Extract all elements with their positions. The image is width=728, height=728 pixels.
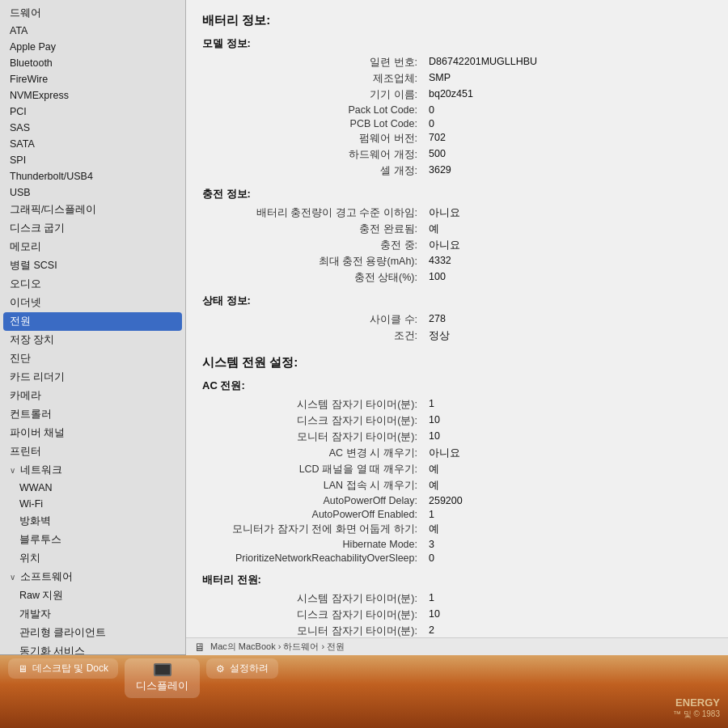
bat-monitor-sleep-label: 모니터 잠자기 타이머(분): [215,623,425,639]
energy-panel: ENERGY ™ 및 © 1983 [673,696,720,720]
monitor-sleep-label: 모니터 잠자기 타이머(분): [215,429,425,445]
sidebar-item-syncservice[interactable]: 동기화 서비스 [0,642,185,654]
hibernate-label: Hibernate Mode: [215,537,425,551]
sys-sleep-value: 1 [425,396,712,413]
sidebar-item-storage[interactable]: 저장 장치 [0,331,185,349]
lan-wake-value: 예 [425,477,712,493]
manufacturer-value: SMP [425,70,712,87]
sidebar-item-usb[interactable]: USB [0,184,185,201]
sidebar-item-sas[interactable]: SAS [0,120,185,136]
cell-count-value: 3629 [425,163,712,179]
lan-wake-label: LAN 접속 시 깨우기: [215,477,425,493]
prioritize-value: 0 [425,551,712,565]
ac-power-table: 시스템 잠자기 타이머(분): 1 디스크 잠자기 타이머(분): 10 모니터… [215,396,712,565]
sidebar-item-sata[interactable]: SATA [0,136,185,152]
auto-off-delay-label: AutoPowerOff Delay: [215,493,425,507]
sidebar-item-printer[interactable]: 프린터 [0,442,185,461]
bat-monitor-sleep-value: 2 [425,623,712,639]
sidebar-item-pci[interactable]: PCI [0,104,185,120]
monitor-sleep-value: 10 [425,429,712,445]
pcb-lot-label: PCB Lot Code: [215,116,425,130]
condition-value: 정상 [425,328,712,344]
sidebar-item-ata[interactable]: ATA [0,23,185,39]
content-area: 배터리 정보: 모델 정보: 일련 번호: D86742201MUGLLHBU … [186,0,728,654]
energy-sub: ™ 및 © 1983 [673,709,720,720]
sidebar-item-audio[interactable]: 오디오 [0,275,185,294]
sidebar-item-ethernet[interactable]: 이더넷 [0,294,185,312]
sidebar-group-network[interactable]: ∨네트워크 [0,461,185,480]
sidebar-item-thunderbolt[interactable]: Thunderbolt/USB4 [0,168,185,184]
display-label: 디스플레이 [136,679,188,693]
device-name-value: bq20z451 [425,87,712,103]
sidebar-item-developer[interactable]: 개발자 [0,605,185,624]
sidebar-item-nvmexpress[interactable]: NVMExpress [0,87,185,104]
condition-label: 조건: [215,328,425,344]
battery-power-section: 배터리 전원: [202,573,712,587]
sidebar-group-software[interactable]: ∨소프트웨어 [0,568,185,586]
ac-wake-value: 아니요 [425,445,712,461]
dock-icon: 🖥 [18,663,28,675]
model-info-table: 일련 번호: D86742201MUGLLHBU 제조업체: SMP 기기 이름… [215,54,712,179]
sidebar-item-firewall[interactable]: 방화벽 [0,512,185,531]
sidebar-item-graphics[interactable]: 그래픽/디스플레이 [0,201,185,219]
charge-state-label: 충전 상태(%): [215,269,425,286]
hardware-label: 하드웨어 개정: [215,146,425,163]
manufacturer-label: 제조업체: [215,70,425,87]
status-info-table: 사이클 수: 278 조건: 정상 [215,311,712,344]
sidebar-item-camera[interactable]: 카메라 [0,387,185,405]
lcd-wake-label: LCD 패널을 열 때 깨우기: [215,461,425,477]
model-section-title: 모델 정보: [202,36,712,51]
sidebar-item-cardreader[interactable]: 카드 리더기 [0,368,185,387]
energy-label: ENERGY [673,696,720,709]
bottom-panel-dock[interactable]: 🖥 데스크탑 및 Dock [8,658,118,679]
charging-value: 아니요 [425,237,712,253]
sidebar-item-bluetooth[interactable]: Bluetooth [0,55,185,71]
system-power-title: 시스템 전원 설정: [202,355,712,370]
mac-icon: 🖥 [194,641,205,654]
bottom-panel-display[interactable]: 디스플레이 [125,658,200,698]
sidebar-item-hardware-header: 드웨어 [0,4,185,23]
sidebar-item-applepay[interactable]: Apple Pay [0,39,185,55]
serial-value: D86742201MUGLLHBU [425,54,712,70]
sidebar-item-managedclient[interactable]: 관리형 클라이언트 [0,624,185,642]
dim-before-sleep-label: 모니터가 잠자기 전에 화면 어둡게 하기: [215,521,425,537]
sidebar-item-controller[interactable]: 컨트롤러 [0,405,185,424]
pack-lot-value: 0 [425,103,712,116]
charge-complete-value: 예 [425,221,712,237]
display-icon [154,663,171,676]
sidebar-item-spi[interactable]: SPI [0,152,185,168]
breadcrumb-bar: 🖥 Mac의 MacBook › 하드웨어 › 전원 [186,637,728,655]
sidebar-item-bluetooth2[interactable]: 블루투스 [0,531,185,549]
sys-sleep-label: 시스템 잠자기 타이머(분): [215,396,425,413]
charge-state-value: 100 [425,269,712,286]
sidebar-item-diagnostics[interactable]: 진단 [0,349,185,368]
max-capacity-label: 최대 충전 용량(mAh): [215,253,425,269]
bat-disk-sleep-label: 디스크 잠자기 타이머(분): [215,607,425,623]
charge-info-table: 배터리 충전량이 경고 수준 이하임: 아니요 충전 완료됨: 예 충전 중: … [215,205,712,286]
sidebar-item-rawsupport[interactable]: Raw 지원 [0,586,185,605]
main-window: 드웨어 ATA Apple Pay Bluetooth FireWire NVM… [0,0,728,655]
cell-count-label: 셀 개정: [215,163,425,179]
sidebar-item-disk[interactable]: 디스크 굽기 [0,219,185,238]
bat-sys-sleep-label: 시스템 잠자기 타이머(분): [215,590,425,607]
sidebar-item-parallelscsi[interactable]: 병렬 SCSI [0,256,185,275]
sidebar-item-firewire[interactable]: FireWire [0,71,185,87]
cycle-value: 278 [425,311,712,328]
firmware-value: 702 [425,130,712,146]
low-charge-label: 배터리 충전량이 경고 수준 이하임: [215,205,425,221]
breadcrumb-path: Mac의 MacBook › 하드웨어 › 전원 [210,641,345,653]
bottom-panel-settings[interactable]: ⚙ 설정하려 [206,658,278,679]
bat-disk-sleep-value: 10 [425,607,712,623]
sidebar-item-memory[interactable]: 메모리 [0,238,185,256]
sidebar-item-location[interactable]: 위치 [0,549,185,568]
sidebar-item-power[interactable]: 전원 [3,312,182,331]
charge-section-title: 충전 정보: [202,187,712,201]
hardware-value: 500 [425,146,712,163]
prioritize-label: PrioritizeNetworkReachabilityOverSleep: [215,551,425,565]
sidebar-item-wwan[interactable]: WWAN [0,480,185,496]
sidebar-item-wifi[interactable]: Wi-Fi [0,496,185,512]
sidebar-item-fiberchannel[interactable]: 파이버 채널 [0,424,185,442]
lcd-wake-value: 예 [425,461,712,477]
charge-complete-label: 충전 완료됨: [215,221,425,237]
low-charge-value: 아니요 [425,205,712,221]
